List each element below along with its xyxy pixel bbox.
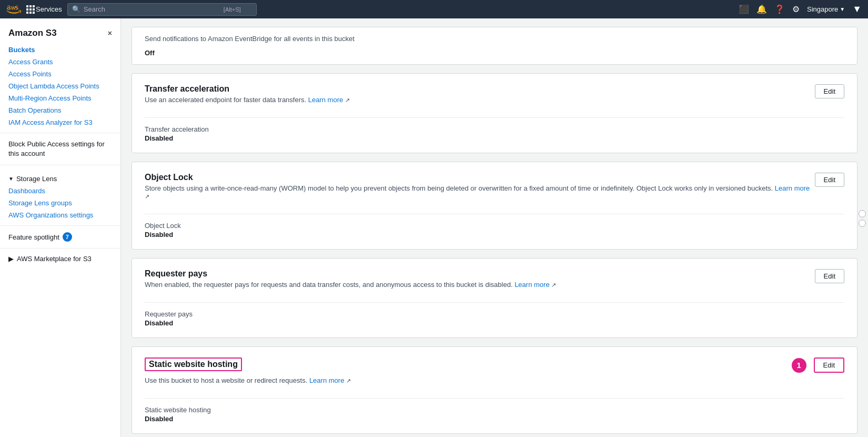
sw-desc-text: Use this bucket to host a website or red…	[145, 376, 307, 384]
top-nav-right: ⬛ 🔔 ❓ ⚙ Singapore ▼ ▼	[739, 4, 862, 15]
ta-field-value: Disabled	[145, 134, 844, 142]
sidebar-feature-spotlight[interactable]: Feature spotlight 7	[0, 230, 120, 244]
static-website-title: Static website hosting	[145, 357, 242, 371]
eventbridge-card: Send notifications to Amazon EventBridge…	[132, 27, 857, 65]
static-website-description: Use this bucket to host a website or red…	[145, 376, 351, 384]
transfer-acceleration-learn-more[interactable]: Learn more	[308, 96, 343, 104]
rp-field-label: Requester pays	[145, 310, 844, 318]
sidebar-storage-lens-header[interactable]: ▼ Storage Lens	[0, 170, 120, 185]
sidebar-title: Amazon S3 ×	[0, 26, 120, 44]
sidebar-item-iam-analyzer[interactable]: IAM Access Analyzer for S3	[0, 116, 120, 128]
sidebar-divider-3	[0, 225, 120, 226]
sidebar-item-buckets[interactable]: Buckets	[0, 44, 120, 56]
search-input[interactable]	[84, 5, 220, 13]
right-indicator-1[interactable]	[859, 210, 866, 217]
search-shortcut: [Alt+S]	[224, 6, 241, 13]
aws-logo[interactable]	[6, 5, 21, 14]
sidebar-item-batch-ops[interactable]: Batch Operations	[0, 104, 120, 116]
ol-divider	[145, 214, 844, 214]
sidebar-item-access-points[interactable]: Access Points	[0, 68, 120, 80]
object-lock-title-block: Object Lock Store objects using a write-…	[145, 173, 815, 206]
sidebar-divider-4	[0, 248, 120, 249]
main-content: Send notifications to Amazon EventBridge…	[121, 18, 868, 437]
notifications-icon[interactable]: 🔔	[756, 4, 767, 14]
sw-divider	[145, 398, 844, 399]
external-link-icon-rp: ↗	[551, 282, 556, 288]
external-link-icon-ol: ↗	[145, 193, 149, 200]
rp-divider	[145, 302, 844, 303]
region-selector[interactable]: Singapore ▼	[807, 5, 845, 13]
settings-icon[interactable]: ⚙	[792, 4, 800, 14]
requester-pays-card: Requester pays When enabled, the request…	[132, 258, 857, 338]
object-lock-edit-button[interactable]: Edit	[815, 173, 844, 187]
sw-field-label: Static website hosting	[145, 406, 844, 414]
requester-pays-title-block: Requester pays When enabled, the request…	[145, 269, 556, 295]
eventbridge-status-value: Off	[145, 49, 844, 57]
sidebar-item-access-grants[interactable]: Access Grants	[0, 56, 120, 68]
transfer-acceleration-edit-button[interactable]: Edit	[815, 84, 844, 98]
sw-field-value: Disabled	[145, 415, 844, 423]
requester-pays-header: Requester pays When enabled, the request…	[145, 269, 844, 295]
static-website-learn-more[interactable]: Learn more	[309, 376, 344, 384]
static-website-header: Static website hosting Use this bucket t…	[145, 357, 844, 391]
search-bar[interactable]: 🔍 [Alt+S]	[67, 3, 257, 16]
right-indicators	[856, 208, 868, 229]
sidebar-close-button[interactable]: ×	[108, 29, 112, 37]
eventbridge-description: Send notifications to Amazon EventBridge…	[145, 35, 844, 43]
rp-desc-text: When enabled, the requester pays for req…	[145, 281, 513, 289]
ta-desc-text: Use an accelerated endpoint for faster d…	[145, 96, 306, 104]
requester-pays-title: Requester pays	[145, 269, 556, 279]
marketplace-caret: ▶	[8, 255, 14, 263]
right-indicator-2[interactable]	[859, 220, 866, 227]
ol-desc-text: Store objects using a write-once-read-ma…	[145, 184, 773, 192]
services-button[interactable]: Services	[26, 5, 62, 14]
external-link-icon-sw: ↗	[346, 378, 351, 384]
storage-lens-caret: ▼	[8, 176, 14, 182]
sidebar-item-dashboards[interactable]: Dashboards	[0, 185, 120, 197]
ol-field-label: Object Lock	[145, 222, 844, 230]
sidebar-item-org-settings[interactable]: AWS Organizations settings	[0, 209, 120, 221]
rp-field-value: Disabled	[145, 319, 844, 327]
grid-icon	[26, 5, 34, 14]
ol-field-value: Disabled	[145, 231, 844, 239]
help-icon[interactable]: ❓	[774, 4, 785, 14]
ta-divider	[145, 117, 844, 118]
sidebar-divider-2	[0, 165, 120, 165]
sidebar-item-block-public[interactable]: Block Public Access settings for this ac…	[0, 137, 120, 161]
static-website-actions: 1 Edit	[792, 357, 844, 373]
sidebar-item-object-lambda[interactable]: Object Lambda Access Points	[0, 80, 120, 92]
sidebar-app-name: Amazon S3	[8, 28, 57, 38]
search-icon: 🔍	[72, 5, 80, 13]
marketplace-label: AWS Marketplace for S3	[17, 255, 92, 263]
feature-badge: 7	[63, 232, 72, 242]
top-navigation: Services 🔍 [Alt+S] ⬛ 🔔 ❓ ⚙ Singapore ▼ ▼	[0, 0, 868, 18]
object-lock-learn-more[interactable]: Learn more	[775, 184, 810, 192]
transfer-acceleration-header: Transfer acceleration Use an accelerated…	[145, 84, 844, 110]
sidebar-item-multi-region[interactable]: Multi-Region Access Points	[0, 92, 120, 104]
ta-field-label: Transfer acceleration	[145, 125, 844, 133]
sidebar-item-marketplace[interactable]: ▶ AWS Marketplace for S3	[0, 253, 120, 265]
external-link-icon-ta: ↗	[345, 97, 350, 103]
region-dropdown-icon: ▼	[840, 6, 845, 12]
content-top-padding	[121, 18, 868, 27]
object-lock-description: Store objects using a write-once-read-ma…	[145, 184, 815, 200]
transfer-acceleration-title-block: Transfer acceleration Use an accelerated…	[145, 84, 350, 110]
static-website-title-area: Static website hosting Use this bucket t…	[145, 357, 351, 391]
step-1-badge: 1	[792, 358, 806, 373]
account-menu-icon[interactable]: ▼	[852, 4, 862, 15]
object-lock-title: Object Lock	[145, 173, 815, 182]
object-lock-header: Object Lock Store objects using a write-…	[145, 173, 844, 206]
requester-pays-edit-button[interactable]: Edit	[815, 269, 844, 283]
sidebar-item-lens-groups[interactable]: Storage Lens groups	[0, 197, 120, 209]
cloud-shell-nav-icon[interactable]: ⬛	[739, 4, 749, 14]
requester-pays-description: When enabled, the requester pays for req…	[145, 281, 556, 289]
feature-spotlight-label: Feature spotlight	[8, 233, 59, 241]
static-website-card: Static website hosting Use this bucket t…	[132, 346, 857, 434]
requester-pays-learn-more[interactable]: Learn more	[514, 281, 549, 289]
static-website-edit-button[interactable]: Edit	[814, 357, 844, 373]
services-label: Services	[36, 5, 62, 13]
transfer-acceleration-description: Use an accelerated endpoint for faster d…	[145, 96, 350, 104]
region-label: Singapore	[807, 5, 838, 13]
storage-lens-label: Storage Lens	[16, 175, 57, 183]
static-website-title-block: Static website hosting Use this bucket t…	[145, 357, 351, 391]
